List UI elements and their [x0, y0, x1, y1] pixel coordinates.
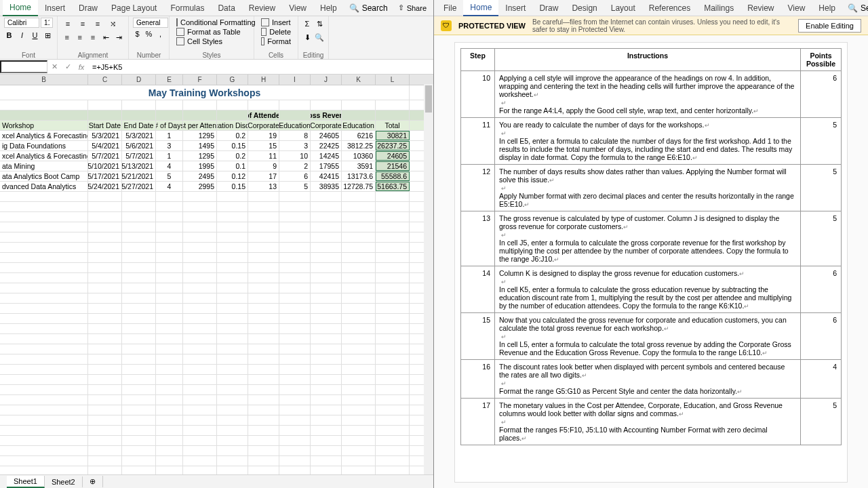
cell[interactable]: [342, 446, 376, 455]
currency-button[interactable]: $: [133, 28, 142, 40]
cell[interactable]: [217, 273, 248, 283]
cell[interactable]: 38935: [311, 182, 342, 191]
scrollbar-thumb[interactable]: [425, 85, 432, 113]
border-button[interactable]: ⊞: [43, 29, 53, 41]
cell[interactable]: [122, 334, 156, 344]
conditional-formatting-button[interactable]: Conditional Formatting: [174, 18, 250, 27]
cell[interactable]: 4: [156, 161, 183, 171]
cell[interactable]: [311, 314, 342, 323]
align-left-button[interactable]: ≡: [62, 31, 72, 43]
cell-styles-button[interactable]: Cell Styles: [174, 37, 250, 46]
cell[interactable]: 5: [279, 182, 311, 191]
cell[interactable]: 1: [156, 131, 183, 140]
cell[interactable]: [0, 192, 88, 201]
cell[interactable]: [311, 405, 342, 415]
cell[interactable]: [279, 456, 311, 466]
enable-editing-button[interactable]: Enable Editing: [798, 19, 861, 33]
find-button[interactable]: 🔍: [315, 31, 324, 43]
cell[interactable]: Education: [342, 121, 376, 130]
cell[interactable]: [0, 202, 88, 211]
cell[interactable]: [0, 334, 88, 344]
cell[interactable]: [88, 385, 122, 394]
cell[interactable]: [88, 232, 122, 242]
cell[interactable]: [0, 212, 88, 222]
cell[interactable]: [183, 466, 217, 474]
cell[interactable]: [156, 426, 183, 435]
cell[interactable]: 3812.25: [342, 141, 376, 150]
cell[interactable]: [342, 212, 376, 222]
tab-formulas[interactable]: Formulas: [163, 1, 211, 16]
cell[interactable]: [376, 293, 410, 303]
cell[interactable]: 3591: [342, 161, 376, 171]
wtab-draw[interactable]: Draw: [532, 1, 565, 16]
cell[interactable]: [217, 354, 248, 364]
align-top-button[interactable]: ≡: [62, 18, 74, 30]
cell[interactable]: [376, 375, 410, 384]
cell[interactable]: 42415: [311, 171, 342, 181]
cell[interactable]: [217, 436, 248, 445]
percent-button[interactable]: %: [144, 28, 153, 40]
cell[interactable]: [0, 232, 88, 242]
cell[interactable]: [217, 314, 248, 323]
cell[interactable]: xcel Analytics & Forecasting: [0, 131, 88, 140]
col-e[interactable]: E: [156, 75, 183, 85]
cell[interactable]: [183, 436, 217, 445]
cell[interactable]: 1: [156, 151, 183, 161]
cell[interactable]: ig Data Foundations: [0, 141, 88, 150]
cell[interactable]: [217, 232, 248, 242]
wtab-review[interactable]: Review: [741, 1, 781, 16]
format-as-table-button[interactable]: Format as Table: [174, 27, 250, 37]
cell[interactable]: [279, 426, 311, 435]
cell[interactable]: [88, 192, 122, 201]
cell[interactable]: [88, 456, 122, 466]
cell[interactable]: [122, 222, 156, 232]
wtab-references[interactable]: References: [642, 1, 697, 16]
cell[interactable]: [183, 334, 217, 344]
col-g[interactable]: G: [217, 75, 248, 85]
cell[interactable]: [183, 354, 217, 364]
align-mid-button[interactable]: ≡: [77, 18, 89, 30]
cell[interactable]: [342, 344, 376, 354]
cell[interactable]: [0, 222, 88, 232]
cell[interactable]: [0, 446, 88, 455]
cell[interactable]: [183, 202, 217, 211]
cell[interactable]: [311, 375, 342, 384]
cell[interactable]: [311, 344, 342, 354]
cell[interactable]: [217, 293, 248, 303]
cell[interactable]: [248, 263, 279, 272]
cell[interactable]: [248, 375, 279, 384]
cell[interactable]: 19: [248, 131, 279, 140]
cell[interactable]: [376, 243, 410, 252]
cell[interactable]: [0, 405, 88, 415]
cell[interactable]: [156, 232, 183, 242]
cell[interactable]: [376, 385, 410, 394]
cell[interactable]: [376, 110, 410, 120]
cell[interactable]: [183, 100, 217, 110]
cell[interactable]: 6: [279, 171, 311, 181]
cell[interactable]: [279, 273, 311, 283]
cell[interactable]: [342, 334, 376, 344]
fill-button[interactable]: ⬇: [302, 31, 312, 43]
cell[interactable]: 24605: [311, 131, 342, 140]
cell[interactable]: [279, 232, 311, 242]
cell[interactable]: [248, 192, 279, 201]
cell[interactable]: [279, 192, 311, 201]
cell[interactable]: [156, 212, 183, 222]
cell[interactable]: [248, 273, 279, 283]
cell[interactable]: [376, 415, 410, 425]
cell[interactable]: [156, 334, 183, 344]
cell[interactable]: [376, 314, 410, 323]
cell[interactable]: Gross Revenue: [311, 110, 342, 120]
cell[interactable]: 5/13/2021: [122, 161, 156, 171]
cell[interactable]: [122, 243, 156, 252]
cell[interactable]: [0, 314, 88, 323]
cell[interactable]: [279, 314, 311, 323]
cell[interactable]: [342, 385, 376, 394]
cell[interactable]: 21546: [376, 161, 410, 171]
cell[interactable]: [183, 395, 217, 405]
cell[interactable]: [217, 100, 248, 110]
cell[interactable]: [217, 375, 248, 384]
cell[interactable]: [311, 100, 342, 110]
cell[interactable]: [183, 110, 217, 120]
tab-view[interactable]: View: [282, 1, 313, 16]
